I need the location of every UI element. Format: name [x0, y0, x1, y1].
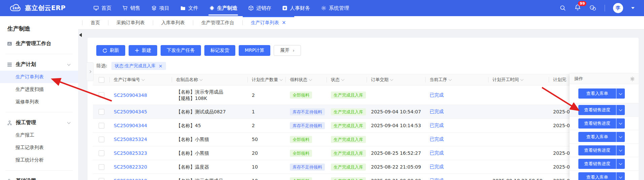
chat-icon[interactable] [589, 5, 597, 11]
查看销售进度-button[interactable]: 查看销售进度 [578, 105, 616, 115]
sidebar-collapse-icon[interactable] [79, 33, 82, 37]
刷新-button[interactable]: 刷新 [96, 45, 125, 56]
tab-close-icon[interactable]: × [282, 20, 286, 25]
topnav-item-5[interactable]: 生产制造 [204, 0, 243, 16]
table-row: SC250822320【名称】温度器10库存不足待领料.生产完成且入库.2025… [93, 160, 630, 174]
column-header-领料状态: 领料状态 [286, 74, 327, 85]
tab-首页[interactable]: 首页 [82, 16, 108, 30]
topnav-item-8[interactable]: 系统管理 [315, 0, 354, 16]
column-header-状态: 状态 [327, 74, 367, 85]
sidebar-group-生产计划[interactable]: 生产计划 [0, 58, 78, 71]
topbar-right-tools: 99 李 [560, 3, 635, 13]
column-settings-gear-icon[interactable] [630, 76, 635, 82]
current-process-link[interactable]: 已完成 [430, 92, 444, 98]
row-checkbox[interactable] [99, 150, 104, 156]
action-dropdown-button[interactable] [616, 159, 625, 169]
topnav-item-7[interactable]: ¥人事财务 [277, 0, 315, 16]
select-all-checkbox[interactable] [99, 77, 104, 83]
order-no-link[interactable]: SC250825323 [114, 150, 147, 156]
filter-panel-handle[interactable] [86, 62, 94, 81]
sidebar-item-生产进度扫描[interactable]: 生产进度扫描 [0, 83, 78, 96]
current-process-link[interactable]: 已完成 [430, 136, 444, 142]
topnav-item-6[interactable]: 进销存 [243, 0, 277, 16]
topbar-divider [605, 5, 605, 11]
row-checkbox[interactable] [99, 92, 104, 98]
expand-button[interactable]: 展开› [274, 45, 301, 56]
sort-chevron-icon[interactable] [309, 78, 312, 81]
order-no-link[interactable]: SC250818318 [114, 178, 147, 180]
topnav-item-3[interactable]: 项目 [146, 0, 175, 16]
下发生产任务-button[interactable]: 下发生产任务 [161, 45, 201, 56]
order-no-cell: SC250904348 [110, 93, 172, 98]
查看销售进度-button[interactable]: 查看销售进度 [578, 145, 616, 155]
order-no-link[interactable]: SC250904348 [114, 93, 147, 98]
sidebar-group-基础设置[interactable]: 基础设置 [0, 175, 78, 180]
action-dropdown-button[interactable] [616, 88, 625, 99]
column-label: 在制品名称 [176, 77, 198, 83]
topnav-item-4[interactable]: 文件 [175, 0, 204, 16]
topnav-item-label: 销售 [130, 5, 140, 11]
current-process-link[interactable]: 已完成 [430, 178, 444, 180]
order-no-link[interactable]: SC250904345 [114, 109, 147, 114]
product-name-cell: 【名称】演示专用成品 [172, 178, 248, 180]
filter-chip-close-icon[interactable]: × [159, 64, 163, 68]
row-checkbox[interactable] [99, 109, 104, 115]
sidebar-item-生产报工[interactable]: 生产报工 [0, 129, 78, 141]
sidebar-group-报工管理[interactable]: 报工管理 [0, 116, 78, 129]
topnav-item-1[interactable]: 首页 [88, 0, 117, 16]
current-process-link[interactable]: 已完成 [430, 164, 444, 169]
sidebar-item-生产订单列表[interactable]: 生产订单列表 [0, 71, 78, 83]
action-dropdown-button[interactable] [616, 172, 625, 180]
order-no-link[interactable]: SC250904344 [114, 123, 147, 128]
topnav-item-2[interactable]: 销售 [117, 0, 146, 16]
sort-chevron-icon[interactable] [341, 78, 344, 81]
current-process-link[interactable]: 已完成 [430, 150, 444, 155]
row-checkbox[interactable] [99, 137, 104, 142]
order-no-cell: SC250825324 [110, 137, 172, 142]
sort-chevron-icon[interactable] [390, 78, 393, 81]
sort-chevron-icon[interactable] [142, 78, 145, 81]
action-dropdown-button[interactable] [616, 118, 625, 129]
sidebar-item-报工记录列表[interactable]: 报工记录列表 [0, 141, 78, 154]
status-chip: 全部领料 [290, 136, 312, 143]
current-process-cell: 已完成 [426, 136, 488, 142]
查看销售进度-button[interactable]: 查看销售进度 [578, 118, 616, 129]
chevron-down-icon [619, 148, 622, 152]
user-avatar[interactable]: 李 [613, 3, 623, 13]
查看销售进度-button[interactable]: 查看销售进度 [578, 159, 616, 169]
sort-chevron-icon[interactable] [280, 78, 283, 81]
tab-生产管理工作台[interactable]: 生产管理工作台 [193, 16, 242, 30]
notifications-bell-icon[interactable]: 99 [574, 4, 581, 12]
action-split-button: 查看入库单 [578, 172, 625, 180]
row-checkbox[interactable] [99, 164, 104, 170]
action-dropdown-button[interactable] [616, 132, 625, 142]
action-dropdown-button[interactable] [616, 105, 625, 115]
标记发货-button[interactable]: 标记发货 [204, 45, 235, 56]
sort-chevron-icon[interactable] [520, 78, 523, 81]
新建-button[interactable]: 新建 [129, 45, 157, 56]
user-menu-chevron-icon[interactable] [631, 7, 635, 9]
查看入库单-button[interactable]: 查看入库单 [578, 132, 616, 142]
tab-入库单列表[interactable]: 入库单列表 [153, 16, 193, 30]
current-process-link[interactable]: 已完成 [430, 122, 444, 128]
sort-chevron-icon[interactable] [200, 78, 203, 81]
sidebar: 生产制造 生产管理工作台生产计划生产订单列表生产进度扫描返修单列表报工管理生产报… [0, 16, 78, 180]
order-no-link[interactable]: SC250822320 [114, 164, 147, 170]
tab-生产订单列表[interactable]: 生产订单列表× [243, 16, 294, 30]
查看入库单-button[interactable]: 查看入库单 [578, 88, 616, 99]
app-logo[interactable]: ERP 嘉立创云ERP [9, 3, 66, 13]
MRP计算-button[interactable]: MRP计算 [239, 45, 270, 56]
order-no-link[interactable]: SC250825324 [114, 137, 147, 142]
row-checkbox[interactable] [99, 123, 104, 129]
action-dropdown-button[interactable] [616, 145, 625, 155]
查看入库单-button[interactable]: 查看入库单 [578, 172, 616, 180]
sort-chevron-icon[interactable] [449, 78, 452, 81]
current-process-link[interactable]: 已完成 [430, 109, 444, 114]
sidebar-divider [5, 170, 73, 171]
sidebar-item-生产管理工作台[interactable]: 生产管理工作台 [0, 37, 78, 50]
sidebar-item-返修单列表[interactable]: 返修单列表 [0, 96, 78, 108]
sidebar-item-报工统计分析[interactable]: 报工统计分析 [0, 154, 78, 166]
tab-采购订单列表[interactable]: 采购订单列表 [108, 16, 153, 30]
search-icon[interactable] [560, 5, 566, 11]
row-checkbox[interactable] [99, 178, 104, 180]
